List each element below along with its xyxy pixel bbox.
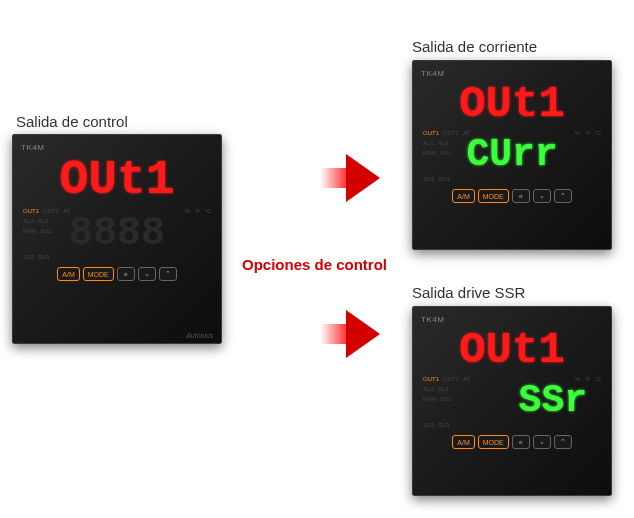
ind-pct: % (185, 208, 190, 214)
label-opciones-control: Opciones de control (242, 256, 387, 273)
ind-at: AT (463, 376, 470, 382)
down-button[interactable]: ⌄ (138, 267, 156, 281)
mode-button[interactable]: MODE (478, 189, 509, 203)
arrow-right-icon (320, 310, 380, 358)
model-label: TK4M (421, 315, 603, 324)
ind-sv3: SV3 (38, 254, 49, 260)
ind-al2: AL2 (38, 218, 49, 224)
down-button[interactable]: ⌄ (533, 189, 551, 203)
ind-man: MAN (423, 396, 436, 402)
down-button[interactable]: ⌄ (533, 435, 551, 449)
ind-sv2: SV2 (23, 254, 34, 260)
ind-man: MAN (23, 228, 36, 234)
ind-sv3: SV3 (438, 176, 449, 182)
label-salida-corriente: Salida de corriente (412, 38, 537, 55)
ind-al1: AL1 (23, 218, 34, 224)
mode-button[interactable]: MODE (478, 435, 509, 449)
display-bottom: CUrr (466, 136, 557, 174)
label-salida-control: Salida de control (16, 113, 128, 130)
up-button[interactable]: ⌃ (554, 435, 572, 449)
ind-f: °F (584, 130, 590, 136)
display-top: OUt1 (459, 328, 565, 372)
ind-sv1: SV1 (440, 150, 451, 156)
display-top: OUt1 (459, 82, 565, 126)
ind-out2: OUT2 (443, 130, 459, 136)
ind-man: MAN (423, 150, 436, 156)
am-button[interactable]: A/M (452, 189, 474, 203)
ind-out1: OUT1 (23, 208, 39, 214)
up-button[interactable]: ⌃ (554, 189, 572, 203)
ind-sv1: SV1 (40, 228, 51, 234)
ind-sv2: SV2 (423, 176, 434, 182)
left-button[interactable]: « (117, 267, 135, 281)
brand-label: Autonics (186, 332, 213, 339)
mode-button[interactable]: MODE (83, 267, 114, 281)
ind-sv2: SV2 (423, 422, 434, 428)
ind-c: °C (594, 130, 601, 136)
display-bottom: 8888 (69, 214, 165, 254)
ind-al1: AL1 (423, 140, 434, 146)
ind-sv3: SV3 (438, 422, 449, 428)
ind-out2: OUT2 (43, 208, 59, 214)
ind-out2: OUT2 (443, 376, 459, 382)
display-bottom: SSr (519, 382, 587, 420)
am-button[interactable]: A/M (57, 267, 79, 281)
ind-c: °C (594, 376, 601, 382)
ind-pct: % (575, 130, 580, 136)
left-button[interactable]: « (512, 189, 530, 203)
arrow-right-icon (320, 154, 380, 202)
up-button[interactable]: ⌃ (159, 267, 177, 281)
ind-al2: AL2 (438, 386, 449, 392)
device-current: TK4M OUt1 OUT1 OUT2 AT % °F °C AL1 AL2 M… (412, 60, 612, 250)
ind-al1: AL1 (423, 386, 434, 392)
label-salida-ssr: Salida drive SSR (412, 284, 525, 301)
ind-out1: OUT1 (423, 376, 439, 382)
ind-c: °C (204, 208, 211, 214)
ind-sv1: SV1 (440, 396, 451, 402)
ind-f: °F (194, 208, 200, 214)
model-label: TK4M (21, 143, 213, 152)
device-main: TK4M OUt1 OUT1 OUT2 AT % °F °C AL1 AL2 M… (12, 134, 222, 344)
left-button[interactable]: « (512, 435, 530, 449)
device-ssr: TK4M OUt1 OUT1 OUT2 AT % °F °C AL1 AL2 M… (412, 306, 612, 496)
model-label: TK4M (421, 69, 603, 78)
am-button[interactable]: A/M (452, 435, 474, 449)
ind-al2: AL2 (438, 140, 449, 146)
display-top: OUt1 (59, 156, 174, 204)
ind-out1: OUT1 (423, 130, 439, 136)
